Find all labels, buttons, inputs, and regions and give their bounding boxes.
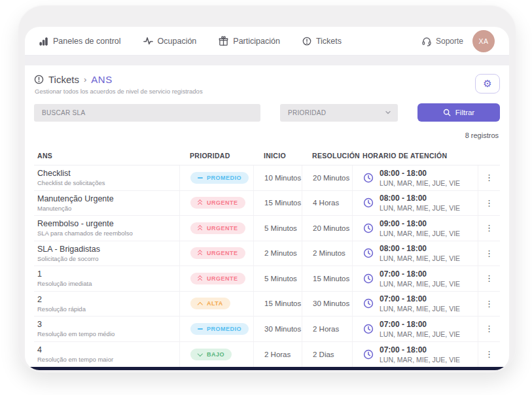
schedule-days: LUN, MAR, MIE, JUE, VIE <box>380 356 460 364</box>
clock-icon <box>363 273 374 284</box>
sla-description: Manutenção <box>37 205 71 212</box>
table-row: 2Resolução rápida ALTA 15 Minutos 30 Min… <box>34 292 500 317</box>
priority-badge: URGENTE <box>190 247 245 259</box>
schedule-days: LUN, MAR, MIE, JUE, VIE <box>380 179 460 187</box>
row-menu-button[interactable]: ⋮ <box>485 224 493 232</box>
resolution-value: 30 Minutos <box>302 292 352 317</box>
sla-description: SLA para chamados de reembolso <box>37 230 133 237</box>
info-circle-icon <box>34 75 44 84</box>
resolution-value: 2 Dias <box>302 342 352 368</box>
start-value: 15 Minutos <box>253 292 302 317</box>
headset-icon <box>421 36 432 46</box>
sla-name: 3 <box>37 320 42 329</box>
app-body: Tickets › ANS Gestionar todos los acuerd… <box>25 56 509 370</box>
avatar[interactable]: XA <box>472 30 495 52</box>
start-value: 2 Minutos <box>253 241 302 266</box>
page-subtitle: Gestionar todos los acuerdos de nivel de… <box>35 88 203 95</box>
priority-label: URGENTE <box>207 250 238 256</box>
priority-label: URGENTE <box>207 199 238 206</box>
schedule-days: LUN, MAR, MIE, JUE, VIE <box>380 330 460 338</box>
breadcrumb-separator: › <box>84 75 86 84</box>
table-row: Manutenção UrgenteManutenção URGENTE 15 … <box>34 191 500 216</box>
nav-item-ocupacion[interactable]: Ocupación <box>143 36 197 46</box>
nav-label: Tickets <box>316 37 342 46</box>
row-menu-button[interactable]: ⋮ <box>485 300 493 308</box>
breadcrumb-section[interactable]: Tickets <box>48 74 79 85</box>
navbar-right: Soporte XA <box>421 30 495 52</box>
table-row: Reembolso - urgenteSLA para chamados de … <box>34 216 500 241</box>
filter-button-label: Filtrar <box>455 109 474 116</box>
sla-description: Resolução em tempo maior <box>37 356 113 363</box>
schedule-days: LUN, MAR, MIE, JUE, VIE <box>380 280 460 288</box>
start-value: 10 Minutos <box>253 165 302 190</box>
priority-badge: URGENTE <box>190 273 245 284</box>
support-button[interactable]: Soporte <box>421 36 463 46</box>
search-icon <box>443 109 451 116</box>
schedule-days: LUN, MAR, MIE, JUE, VIE <box>380 254 460 262</box>
priority-label: PROMEDIO <box>207 326 241 332</box>
schedule-hours: 07:00 - 18:00 <box>380 294 460 303</box>
nav-label: Participación <box>233 37 280 46</box>
resolution-value: 4 Horas <box>302 191 352 216</box>
chevron-down-icon <box>385 109 391 116</box>
table-row: 3Resolução em tempo médio PROMEDIO 30 Mi… <box>34 317 500 342</box>
start-value: 5 Minutos <box>253 216 302 241</box>
schedule-hours: 07:00 - 18:00 <box>380 269 460 279</box>
column-header-prioridad: PRIORIDAD <box>179 152 253 160</box>
row-menu-button[interactable]: ⋮ <box>485 350 493 358</box>
table-row: ChecklistChecklist de solicitações PROME… <box>34 165 500 191</box>
device-frame: Paneles de control Ocupación Participaci… <box>18 5 516 373</box>
avatar-initials: XA <box>478 37 488 45</box>
gift-icon <box>219 36 228 46</box>
priority-badge: ALTA <box>190 298 230 309</box>
support-label: Soporte <box>436 37 463 46</box>
sla-description: Checklist de solicitações <box>37 179 105 186</box>
breadcrumb: Tickets › ANS <box>34 74 203 85</box>
row-menu-button[interactable]: ⋮ <box>485 173 493 182</box>
double-chevron-up-icon <box>198 276 203 281</box>
schedule-days: LUN, MAR, MIE, JUE, VIE <box>380 204 460 212</box>
sla-name: Reembolso - urgente <box>37 219 114 228</box>
chevron-up-icon <box>198 301 203 306</box>
sla-table: ANS PRIORIDAD INICIO RESOLUCIÓN HORARIO … <box>34 146 500 367</box>
start-value: 5 Minutos <box>253 266 302 291</box>
gear-icon: ⚙ <box>483 78 491 90</box>
filter-button[interactable]: Filtrar <box>417 103 500 122</box>
start-value: 2 Horas <box>253 342 302 368</box>
nav-item-participacion[interactable]: Participación <box>219 36 280 46</box>
row-menu-button[interactable]: ⋮ <box>485 249 493 258</box>
double-chevron-up-icon <box>198 226 203 231</box>
resolution-value: 2 Minutos <box>302 241 352 266</box>
priority-label: URGENTE <box>207 225 238 232</box>
search-input[interactable] <box>34 104 260 122</box>
priority-select[interactable]: PRIORIDAD <box>280 104 398 122</box>
app-footer-bar <box>25 367 509 370</box>
nav-label: Paneles de control <box>53 37 121 46</box>
row-menu-button[interactable]: ⋮ <box>485 199 493 207</box>
row-menu-button[interactable]: ⋮ <box>485 274 493 283</box>
start-value: 30 Minutos <box>253 317 302 341</box>
column-header-resolucion: RESOLUCIÓN <box>302 152 352 160</box>
settings-button[interactable]: ⚙ <box>475 74 500 94</box>
table-row: 1Resolução imediata URGENTE 5 Minutos 15… <box>34 266 500 292</box>
priority-label: ALTA <box>207 300 223 307</box>
chevron-down-icon <box>198 352 203 357</box>
sla-description: Resolução rápida <box>37 305 86 313</box>
clock-icon <box>363 198 374 208</box>
schedule-hours: 09:00 - 18:00 <box>380 219 460 228</box>
schedule-hours: 08:00 - 18:00 <box>380 169 460 178</box>
nav-item-tickets[interactable]: Tickets <box>302 37 342 46</box>
table-header-row: ANS PRIORIDAD INICIO RESOLUCIÓN HORARIO … <box>34 146 500 165</box>
nav-item-paneles-de-control[interactable]: Paneles de control <box>39 37 121 46</box>
minus-icon <box>198 326 203 332</box>
column-header-ans: ANS <box>34 152 179 160</box>
sla-name: Manutenção Urgente <box>37 194 114 203</box>
page-header: Tickets › ANS Gestionar todos los acuerd… <box>34 74 500 95</box>
start-value: 15 Minutos <box>253 191 302 216</box>
priority-badge: URGENTE <box>190 197 245 209</box>
double-chevron-up-icon <box>198 250 203 256</box>
row-menu-button[interactable]: ⋮ <box>485 324 493 333</box>
table-row: 4Resolução em tempo maior BAJO 2 Horas 2… <box>34 342 500 368</box>
priority-badge: PROMEDIO <box>190 172 249 184</box>
resolution-value: 15 Minutos <box>302 266 352 291</box>
